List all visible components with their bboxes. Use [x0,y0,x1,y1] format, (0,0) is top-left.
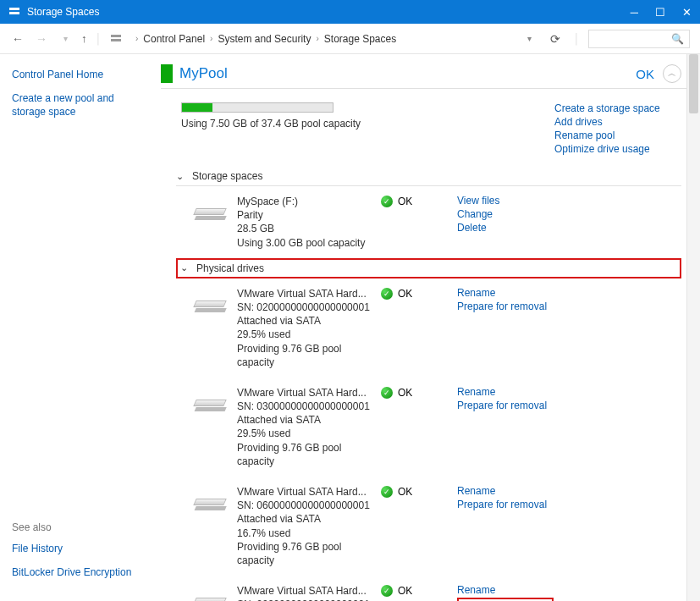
breadcrumb-item[interactable]: Control Panel [143,33,205,45]
drive-status: OK [398,585,412,597]
view-files-link[interactable]: View files [457,195,576,207]
storage-spaces-section-header[interactable]: ⌄ Storage spaces [176,167,681,186]
pool-usage-text: Using 7.50 GB of 37.4 GB pool capacity [181,118,554,130]
drive-icon [195,400,229,423]
add-drives-link[interactable]: Add drives [554,116,681,128]
drive-icon [195,499,229,522]
drive-used: 29.5% used [237,427,372,440]
status-ok-icon: ✓ [381,585,393,597]
physical-drives-label: Physical drives [196,262,264,274]
drive-name: VMware Virtual SATA Hard... [237,287,372,300]
delete-link[interactable]: Delete [457,222,576,234]
space-name: MySpace (F:) [237,195,372,208]
back-button[interactable]: ← [10,32,25,46]
status-ok-icon: ✓ [381,387,393,399]
rename-drive-link[interactable]: Rename [457,386,576,398]
chevron-right-icon[interactable]: › [135,34,138,43]
refresh-button[interactable]: ⟳ [550,32,560,46]
titlebar: Storage Spaces ─ ☐ ✕ [0,0,700,24]
drive-status: OK [398,387,412,399]
pool-usage-bar [181,102,333,113]
rename-drive-link[interactable]: Rename [457,287,576,299]
pool-status: OK [636,67,654,81]
physical-drives-section-header[interactable]: ⌄ Physical drives [176,258,681,278]
drive-status: OK [398,486,412,498]
space-resiliency: Parity [237,208,372,222]
svg-rect-1 [9,12,19,14]
maximize-button[interactable]: ☐ [655,6,665,19]
search-input[interactable]: 🔍 [588,30,690,48]
breadcrumb-item[interactable]: Storage Spaces [324,33,396,45]
status-ok-icon: ✓ [381,486,393,498]
rename-drive-link[interactable]: Rename [457,485,576,497]
create-pool-link[interactable]: Create a new pool and storage space [12,91,146,119]
drive-sn: SN: 06000000000000000001 [237,499,372,512]
minimize-button[interactable]: ─ [631,6,638,19]
drive-sn: SN: 02000000000000000001 [237,300,372,314]
file-history-link[interactable]: File History [12,542,147,555]
pool-header: MyPool OK ︿ [161,59,690,89]
collapse-pool-button[interactable]: ︿ [663,64,681,83]
breadcrumb-dropdown[interactable]: ▾ [527,34,532,43]
breadcrumb: › Control Panel › System and Security › … [130,33,542,45]
drive-icon [195,300,229,324]
drive-attached: Attached via SATA [237,512,372,526]
storage-spaces-label: Storage spaces [192,170,262,182]
drive-icon [195,208,229,232]
drive-name: VMware Virtual SATA Hard... [237,386,372,400]
drive-icon [195,598,229,601]
drive-sn: SN: 00000000000000000001 [237,598,372,601]
close-button[interactable]: ✕ [682,6,692,19]
toolbar: ← → ▾ ↑ │ › Control Panel › System and S… [0,24,700,54]
pool-accent [161,64,173,83]
drive-name: VMware Virtual SATA Hard... [237,485,372,499]
status-ok-icon: ✓ [381,288,393,300]
window-title: Storage Spaces [27,6,631,18]
scrollbar-thumb[interactable] [689,54,698,113]
storage-space-row: MySpace (F:) Parity 28.5 GB Using 3.00 G… [176,186,681,258]
prepare-for-removal-link[interactable]: Prepare for removal [457,598,554,601]
sidebar: Control Panel Home Create a new pool and… [0,54,157,601]
pool-usage-fill [182,103,212,112]
control-panel-home-link[interactable]: Control Panel Home [12,68,146,81]
prepare-for-removal-link[interactable]: Prepare for removal [457,300,576,312]
drive-used: 29.5% used [237,328,372,341]
recent-dropdown[interactable]: ▾ [58,34,73,43]
chevron-down-icon: ⌄ [176,171,184,182]
drive-providing: Providing 9.76 GB pool capacity [237,342,372,369]
storage-spaces-icon [8,6,20,18]
optimize-drive-usage-link[interactable]: Optimize drive usage [554,143,681,155]
create-storage-space-link[interactable]: Create a storage space [554,102,681,114]
change-link[interactable]: Change [457,208,576,220]
address-icon [110,33,122,45]
drive-status: OK [398,288,412,300]
chevron-right-icon[interactable]: › [316,34,318,43]
prepare-for-removal-link[interactable]: Prepare for removal [457,499,576,510]
search-icon: 🔍 [671,33,684,45]
chevron-right-icon[interactable]: › [210,34,212,43]
drive-sn: SN: 03000000000000000001 [237,400,372,413]
svg-rect-0 [9,8,19,10]
rename-pool-link[interactable]: Rename pool [554,130,681,141]
pool-name[interactable]: MyPool [179,65,636,82]
physical-drive-row: VMware Virtual SATA Hard...SN: 030000000… [176,378,681,477]
drive-used: 16.7% used [237,527,372,540]
svg-rect-3 [111,39,121,41]
up-button[interactable]: ↑ [81,32,87,45]
prepare-for-removal-link[interactable]: Prepare for removal [457,400,576,411]
breadcrumb-item[interactable]: System and Security [218,33,311,45]
pool-actions: Create a storage space Add drives Rename… [554,102,681,157]
drive-attached: Attached via SATA [237,314,372,328]
drive-attached: Attached via SATA [237,413,372,427]
space-status: OK [398,196,412,207]
physical-drive-row: VMware Virtual SATA Hard...SN: 060000000… [176,477,681,576]
vertical-scrollbar[interactable] [686,54,700,601]
main-panel: MyPool OK ︿ Using 7.50 GB of 37.4 GB poo… [157,54,700,601]
bitlocker-link[interactable]: BitLocker Drive Encryption [12,565,147,579]
space-using: Using 3.00 GB pool capacity [237,236,372,250]
rename-drive-link[interactable]: Rename [457,584,576,596]
space-size: 28.5 GB [237,222,372,235]
forward-button[interactable]: → [34,32,49,46]
chevron-down-icon: ⌄ [180,262,188,273]
drive-providing: Providing 9.76 GB pool capacity [237,441,372,468]
